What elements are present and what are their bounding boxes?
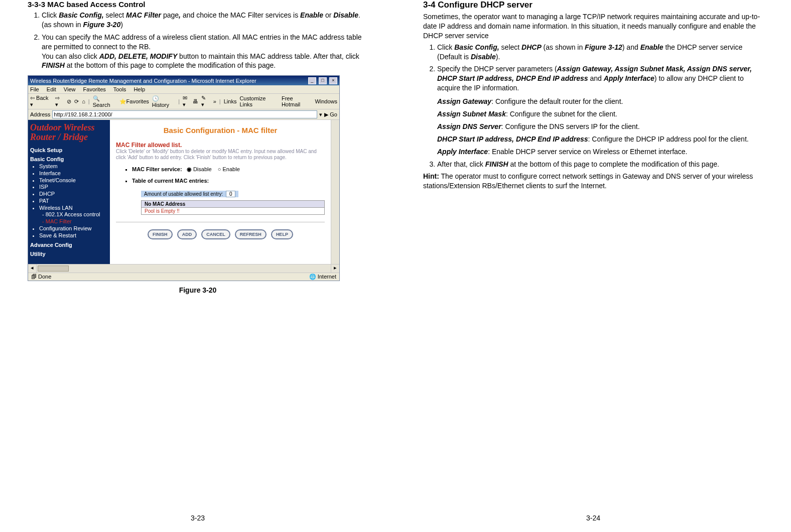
text: ).	[496, 53, 500, 61]
def: : Configure the DHCP IP address pool for…	[588, 135, 749, 143]
favorites-button[interactable]: ⭐Favorites	[119, 98, 149, 105]
two-page-spread: 3-3-3 MAC based Access Control Click Bas…	[0, 0, 791, 532]
menu-help[interactable]: Help	[134, 86, 145, 92]
nav-macfilter[interactable]: - MAC Filter	[42, 218, 108, 225]
back-button[interactable]: ⇦ Back ▾	[30, 95, 52, 108]
nav-save-restart[interactable]: Save & Restart	[39, 232, 108, 239]
close-icon[interactable]: ×	[329, 77, 337, 84]
address-input[interactable]	[52, 110, 317, 118]
nav-advance-config[interactable]: Advance Config	[30, 242, 108, 248]
radio-enable[interactable]: ○	[218, 166, 223, 172]
nav-system[interactable]: System	[39, 163, 108, 170]
section-title-3-4: 3-4 Configure DHCP server	[423, 0, 763, 10]
scroll-left-icon[interactable]: ◂	[28, 264, 37, 273]
mac-filter-service-label: MAC Filter service:	[132, 166, 182, 172]
status-zone-label: Internet	[318, 274, 336, 280]
bold: Enable	[640, 43, 664, 51]
separator: |	[219, 98, 221, 104]
stop-icon[interactable]: ⊘	[67, 98, 71, 105]
entry-count-label: Amount of usable allowed list entry:	[144, 191, 223, 197]
status-done-label: Done	[38, 274, 51, 280]
mac-table-header: No MAC Address	[142, 201, 324, 208]
brand-title: Outdoor Wireless Router / Bridge	[30, 123, 108, 142]
scroll-right-icon[interactable]: ▸	[331, 264, 339, 273]
menu-tools[interactable]: Tools	[113, 86, 126, 92]
home-icon[interactable]: ⌂	[82, 98, 85, 104]
history-button[interactable]: 🕓History	[152, 95, 175, 108]
nav-telnet[interactable]: Telnet/Console	[39, 177, 108, 184]
def: : Configure the subnet for the client.	[506, 110, 617, 118]
nav-isp[interactable]: ISP	[39, 184, 108, 191]
nav-pat[interactable]: PAT	[39, 198, 108, 205]
horizontal-scrollbar[interactable]: ◂ ▸	[28, 264, 339, 273]
text: or	[323, 11, 333, 19]
mac-filter-service-row: MAC Filter service: ◉ Disable ○ Enable	[132, 166, 325, 173]
nav-utility[interactable]: Utility	[30, 251, 108, 257]
right-step-3: After that, click FINISH at the bottom o…	[437, 160, 763, 169]
text: (as shown in	[542, 43, 585, 51]
mail-icon[interactable]: ✉▾	[183, 95, 190, 108]
hint-text: The operator must to configure correct n…	[423, 172, 753, 190]
links-label: Links	[224, 98, 237, 104]
nav-config-review[interactable]: Configuration Review	[39, 225, 108, 232]
help-button[interactable]: HELP	[271, 229, 293, 239]
text: page	[161, 11, 179, 19]
link-windows[interactable]: Windows	[315, 98, 337, 104]
menu-file[interactable]: File	[30, 86, 39, 92]
brand-line2: Router / Bridge	[30, 132, 88, 142]
ie-title-bar: Wireless Router/Bridge Remote Management…	[28, 76, 339, 85]
term: Apply Interface	[437, 148, 488, 156]
button-row: FINISH ADD CANCEL REFRESH HELP	[116, 229, 325, 239]
ie-content: Outdoor Wireless Router / Bridge Quick S…	[28, 120, 331, 264]
text: and	[588, 74, 604, 82]
page-left: 3-3-3 MAC based Access Control Click Bas…	[0, 0, 396, 532]
link-hotmail[interactable]: Free Hotmail	[282, 95, 312, 107]
section-3-4-intro: Sometimes, the operator want to managing…	[423, 12, 763, 41]
edit-icon[interactable]: ✎ ▾	[201, 95, 210, 108]
text: and choice the MAC Filter services is	[181, 11, 300, 19]
def: : Enable DHCP server service on Wireless…	[488, 148, 687, 156]
minimize-icon[interactable]: _	[308, 77, 316, 84]
refresh-icon[interactable]: ⟳	[74, 98, 79, 105]
forward-button[interactable]: ⇨ ▾	[55, 95, 64, 108]
cancel-button[interactable]: CANCEL	[201, 229, 230, 239]
left-step-1: Click Basic Config, select MAC Filter pa…	[42, 11, 368, 30]
text: ) and	[622, 43, 640, 51]
nav-basic-config[interactable]: Basic Config	[30, 156, 108, 162]
search-label: Search	[93, 102, 110, 108]
figure-3-20-screenshot: Wireless Router/Bridge Remote Management…	[28, 75, 340, 281]
address-dropdown-icon[interactable]: ▾	[319, 111, 322, 118]
sidebar-nav: Outdoor Wireless Router / Bridge Quick S…	[28, 120, 110, 264]
def-assign-dns: Assign DNS Server: Configure the DNS ser…	[437, 122, 763, 131]
menu-view[interactable]: View	[64, 86, 76, 92]
nav-dhcp[interactable]: DHCP	[39, 191, 108, 198]
refresh-button[interactable]: REFRESH	[235, 229, 267, 239]
add-button[interactable]: ADD	[177, 229, 197, 239]
text: Click	[437, 43, 454, 51]
current-entries-label: Table of current MAC entries:	[132, 177, 325, 185]
search-button[interactable]: 🔍Search	[93, 95, 116, 108]
bold: Disable	[333, 11, 358, 19]
term: Assign DNS Server	[437, 122, 501, 130]
overflow-icon[interactable]: »	[213, 98, 216, 104]
menu-edit[interactable]: Edit	[47, 86, 56, 92]
radio-disable[interactable]: ◉	[187, 166, 193, 172]
scroll-thumb[interactable]	[38, 265, 69, 272]
finish-button[interactable]: FINISH	[148, 229, 173, 239]
nav-interface[interactable]: Interface	[39, 170, 108, 177]
nav-8021x[interactable]: - 802.1X Access control	[42, 211, 108, 218]
main-panel: Basic Configuration - MAC filter MAC Fil…	[110, 120, 331, 264]
link-customize[interactable]: Customize Links	[239, 95, 279, 107]
nav-wlan[interactable]: Wireless LAN	[39, 205, 108, 212]
maximize-icon[interactable]: □	[319, 77, 327, 84]
main-title: Basic Configuration - MAC filter	[116, 126, 325, 135]
print-icon[interactable]: 🖶	[193, 98, 198, 104]
vertical-scrollbar[interactable]	[331, 120, 339, 264]
ie-address-bar: Address ▾ ▶ Go	[28, 109, 339, 120]
nav-quick-setup[interactable]: Quick Setup	[30, 147, 108, 153]
menu-favorites[interactable]: Favorites	[83, 86, 106, 92]
def-assign-subnet: Assign Subnet Mask: Configure the subnet…	[437, 109, 763, 119]
go-button[interactable]: ▶ Go	[324, 111, 337, 118]
bold: ADD, DELETE, MODIFY	[99, 52, 178, 60]
right-instruction-list: Click Basic Config, select DHCP (as show…	[423, 43, 763, 169]
